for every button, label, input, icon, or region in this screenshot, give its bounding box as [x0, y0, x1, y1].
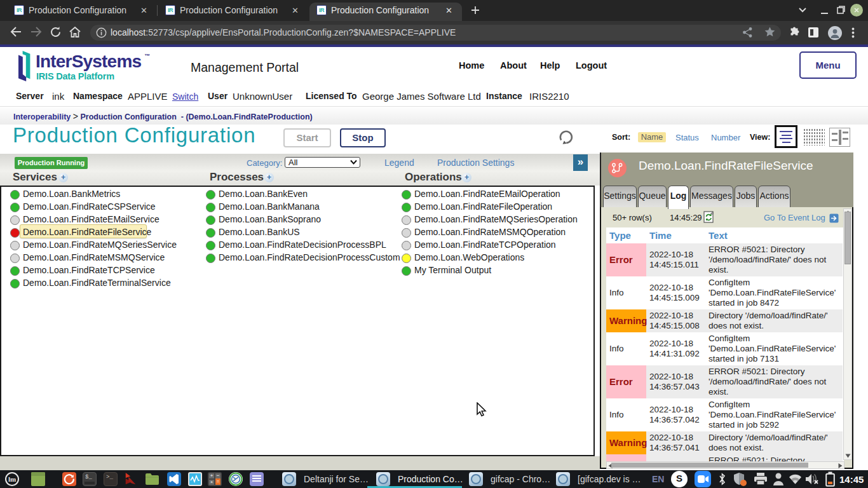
svg-text:™: ™	[144, 53, 150, 59]
svg-text:IRIS Data Platform: IRIS Data Platform	[36, 71, 114, 81]
svg-text:InterSystems: InterSystems	[36, 51, 141, 71]
